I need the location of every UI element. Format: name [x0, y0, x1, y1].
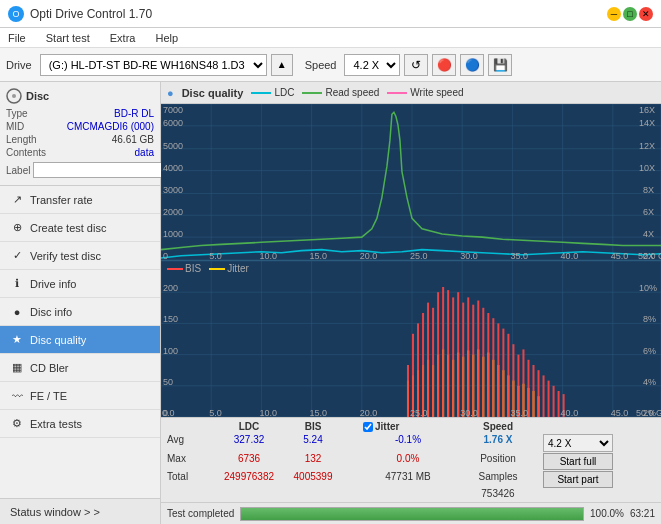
- svg-text:20.0: 20.0: [360, 251, 378, 260]
- disc-mid-value: CMCMAGDI6 (000): [67, 121, 154, 132]
- stats-total-bis: 4005399: [283, 471, 343, 488]
- sidebar-item-fe-te-label: FE / TE: [30, 390, 67, 402]
- svg-text:4X: 4X: [643, 229, 654, 239]
- menu-file[interactable]: File: [4, 30, 30, 46]
- svg-rect-112: [497, 323, 499, 417]
- sidebar-item-transfer-rate[interactable]: ↗ Transfer rate: [0, 186, 160, 214]
- svg-text:8%: 8%: [643, 314, 656, 324]
- create-test-disc-icon: ⊕: [10, 221, 24, 235]
- refresh-button[interactable]: ↺: [404, 54, 428, 76]
- svg-text:15.0: 15.0: [310, 251, 328, 260]
- legend-jitter-label: Jitter: [227, 263, 249, 274]
- disc-mid-label: MID: [6, 121, 24, 132]
- sidebar-item-cd-bler[interactable]: ▦ CD Bler: [0, 354, 160, 382]
- progress-area: Test completed 100.0% 63:21: [161, 502, 661, 524]
- sidebar-item-disc-info[interactable]: ● Disc info: [0, 298, 160, 326]
- sidebar-item-drive-info[interactable]: ℹ Drive info: [0, 270, 160, 298]
- stats-speed-select[interactable]: 4.2 X: [543, 434, 613, 452]
- drive-select[interactable]: (G:) HL-DT-ST BD-RE WH16NS48 1.D3: [40, 54, 267, 76]
- disc-contents-row: Contents data: [6, 147, 154, 158]
- bottom-chart-svg: 0 50 100 150 200 2% 4% 6% 8% 10% 0.0 5.0…: [161, 261, 661, 417]
- stats-avg-row: Avg 327.32 5.24 -0.1% 1.76 X 4.2 X: [167, 434, 655, 452]
- sidebar-item-disc-quality[interactable]: ★ Disc quality: [0, 326, 160, 354]
- menu-help[interactable]: Help: [151, 30, 182, 46]
- legend-write-speed: Write speed: [387, 87, 463, 98]
- menu-extra[interactable]: Extra: [106, 30, 140, 46]
- title-bar-left: O Opti Drive Control 1.70: [8, 6, 152, 22]
- sidebar-item-drive-info-label: Drive info: [30, 278, 76, 290]
- svg-text:0.0: 0.0: [162, 408, 175, 417]
- svg-text:25.0: 25.0: [410, 408, 428, 417]
- status-window-label: Status window > >: [10, 506, 100, 518]
- svg-rect-104: [457, 292, 459, 417]
- drive-eject-button[interactable]: ▲: [271, 54, 293, 76]
- nav-items: ↗ Transfer rate ⊕ Create test disc ✓ Ver…: [0, 186, 160, 498]
- window-controls: ─ □ ✕: [607, 7, 653, 21]
- stats-header-jitter: Jitter: [363, 421, 453, 432]
- svg-rect-108: [477, 301, 479, 417]
- sidebar-item-verify-test-disc[interactable]: ✓ Verify test disc: [0, 242, 160, 270]
- disc-length-row: Length 46.61 GB: [6, 134, 154, 145]
- sidebar-item-disc-info-label: Disc info: [30, 306, 72, 318]
- disc-label-label: Label: [6, 165, 30, 176]
- top-chart-container: 0 1000 2000 3000 4000 5000 6000 7000 2X …: [161, 104, 661, 261]
- start-part-button[interactable]: Start part: [543, 471, 613, 488]
- disc-mid-row: MID CMCMAGDI6 (000): [6, 121, 154, 132]
- menu-bar: File Start test Extra Help: [0, 28, 661, 48]
- stats-header-ldc: LDC: [215, 421, 283, 432]
- svg-rect-124: [558, 391, 560, 417]
- chart-header: ● Disc quality LDC Read speed Write spee…: [161, 82, 661, 104]
- save-button[interactable]: 💾: [488, 54, 512, 76]
- svg-text:30.0: 30.0: [460, 408, 478, 417]
- svg-text:40.0: 40.0: [561, 408, 579, 417]
- svg-text:10X: 10X: [639, 162, 655, 172]
- legend-write-speed-label: Write speed: [410, 87, 463, 98]
- sidebar-item-fe-te[interactable]: 〰 FE / TE: [0, 382, 160, 410]
- bottom-chart-container: BIS Jitter: [161, 261, 661, 417]
- svg-rect-121: [543, 375, 545, 417]
- right-panel: ● Disc quality LDC Read speed Write spee…: [161, 82, 661, 524]
- legend-bis-label: BIS: [185, 263, 201, 274]
- charts-area: 0 1000 2000 3000 4000 5000 6000 7000 2X …: [161, 104, 661, 417]
- drive-label: Drive: [6, 59, 32, 71]
- minimize-button[interactable]: ─: [607, 7, 621, 21]
- svg-rect-98: [427, 303, 429, 417]
- speed-select[interactable]: 4.2 X: [344, 54, 400, 76]
- maximize-button[interactable]: □: [623, 7, 637, 21]
- svg-text:20.0: 20.0: [360, 408, 378, 417]
- svg-rect-97: [422, 313, 424, 417]
- svg-text:6%: 6%: [643, 345, 656, 355]
- sidebar-item-extra-tests[interactable]: ⚙ Extra tests: [0, 410, 160, 438]
- disc-info-icon: ●: [10, 305, 24, 319]
- progress-time: 63:21: [630, 508, 655, 519]
- svg-text:4%: 4%: [643, 377, 656, 387]
- sidebar-item-create-test-disc[interactable]: ⊕ Create test disc: [0, 214, 160, 242]
- jitter-checkbox[interactable]: [363, 422, 373, 432]
- status-window-button[interactable]: Status window > >: [0, 498, 160, 524]
- svg-rect-111: [492, 318, 494, 417]
- start-full-button[interactable]: Start full: [543, 453, 613, 470]
- sidebar-item-verify-test-disc-label: Verify test disc: [30, 250, 101, 262]
- svg-rect-110: [487, 313, 489, 417]
- stats-avg-label: Avg: [167, 434, 215, 452]
- legend-read-speed-color: [302, 92, 322, 94]
- settings-button2[interactable]: 🔵: [460, 54, 484, 76]
- disc-length-value: 46.61 GB: [112, 134, 154, 145]
- svg-text:45.0: 45.0: [611, 251, 629, 260]
- menu-start-test[interactable]: Start test: [42, 30, 94, 46]
- sidebar-item-cd-bler-label: CD Bler: [30, 362, 69, 374]
- svg-rect-113: [502, 329, 504, 417]
- stats-max-label: Max: [167, 453, 215, 470]
- stats-samples-value: 753426: [453, 488, 543, 499]
- svg-text:7000: 7000: [163, 105, 183, 115]
- legend-ldc-color: [251, 92, 271, 94]
- disc-label-input[interactable]: [33, 162, 166, 178]
- svg-rect-109: [482, 308, 484, 417]
- svg-text:10%: 10%: [639, 283, 657, 293]
- svg-text:50: 50: [163, 377, 173, 387]
- disc-type-row: Type BD-R DL: [6, 108, 154, 119]
- settings-button1[interactable]: 🔴: [432, 54, 456, 76]
- svg-text:6000: 6000: [163, 118, 183, 128]
- close-button[interactable]: ✕: [639, 7, 653, 21]
- legend-jitter-color: [209, 268, 225, 270]
